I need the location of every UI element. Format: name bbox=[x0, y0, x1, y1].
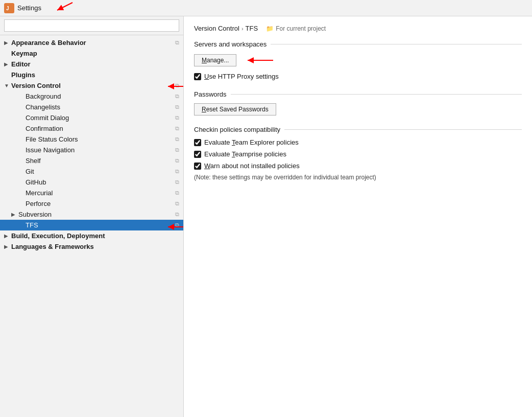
sidebar-item-label: GitHub bbox=[26, 178, 173, 186]
sidebar-item-issue-navigation[interactable]: Issue Navigation ⧉ bbox=[0, 145, 183, 155]
app-icon: J bbox=[4, 3, 14, 13]
passwords-section: Passwords Reset Saved Passwords bbox=[194, 90, 522, 115]
title-arrow-annotation bbox=[47, 0, 78, 15]
sidebar-item-label: Appearance & Behavior bbox=[11, 39, 173, 47]
sidebar-item-label: Background bbox=[26, 92, 173, 100]
sidebar-tree: ▶ Appearance & Behavior ⧉ Keymap ▶ Edito… bbox=[0, 35, 183, 417]
reset-rest: eset Saved Passwords bbox=[206, 106, 269, 113]
sidebar-item-appearance-behavior[interactable]: ▶ Appearance & Behavior ⧉ bbox=[0, 37, 183, 48]
sidebar-item-changelists[interactable]: Changelists ⧉ bbox=[0, 102, 183, 112]
breadcrumb-version-control: Version Control bbox=[194, 25, 239, 32]
sidebar-item-shelf[interactable]: Shelf ⧉ bbox=[0, 155, 183, 166]
sidebar-item-subversion[interactable]: ▶ Subversion ⧉ bbox=[0, 209, 183, 220]
copy-icon: ⧉ bbox=[175, 157, 179, 164]
sidebar-item-label: Languages & Frameworks bbox=[11, 243, 179, 250]
sidebar-item-confirmation[interactable]: Confirmation ⧉ bbox=[0, 123, 183, 134]
main-container: 🔍 ▶ Appearance & Behavior ⧉ Keymap ▶ Edi… bbox=[0, 16, 532, 417]
sidebar-item-git[interactable]: Git ⧉ bbox=[0, 166, 183, 177]
sidebar-item-label: Mercurial bbox=[26, 189, 173, 197]
checkin-note: (Note: these settings may be overridden … bbox=[194, 174, 522, 181]
warn-not-installed-label[interactable]: Warn about not installed policies bbox=[204, 162, 300, 170]
eval-team-explorer-row: Evaluate Team Explorer policies bbox=[194, 138, 522, 146]
sidebar-item-label: File Status Colors bbox=[26, 135, 173, 143]
copy-icon: ⧉ bbox=[175, 136, 179, 143]
sidebar-item-keymap[interactable]: Keymap bbox=[0, 48, 183, 59]
svg-line-2 bbox=[57, 3, 72, 10]
sidebar-item-label: TFS bbox=[26, 221, 173, 229]
expand-icon: ▶ bbox=[4, 61, 11, 67]
use-http-proxy-checkbox[interactable] bbox=[194, 73, 201, 80]
expand-icon: ▶ bbox=[4, 40, 11, 45]
expand-icon: ▼ bbox=[4, 83, 11, 88]
manage-arrow-annotation bbox=[243, 53, 278, 67]
sidebar-item-label: Editor bbox=[11, 60, 179, 68]
copy-icon: ⧉ bbox=[175, 190, 179, 196]
manage-row: Manage... bbox=[194, 53, 522, 67]
sidebar-item-background[interactable]: Background ⧉ bbox=[0, 91, 183, 102]
passwords-section-header: Passwords bbox=[194, 90, 522, 98]
copy-icon: ⧉ bbox=[175, 211, 179, 218]
eval-team-explorer-checkbox[interactable] bbox=[194, 139, 201, 146]
copy-icon: ⧉ bbox=[175, 82, 179, 89]
sidebar-item-label: Version Control bbox=[11, 82, 173, 89]
search-wrapper: 🔍 bbox=[4, 19, 179, 32]
breadcrumb-for-project: 📁 For current project bbox=[266, 25, 326, 32]
window-title: Settings bbox=[17, 4, 41, 12]
sidebar-item-build-execution[interactable]: ▶ Build, Execution, Deployment bbox=[0, 230, 183, 241]
eval-team-explorer-label[interactable]: Evaluate Team Explorer policies bbox=[204, 138, 299, 146]
svg-text:J: J bbox=[6, 6, 9, 11]
sidebar-item-label: Build, Execution, Deployment bbox=[11, 232, 179, 240]
sidebar-item-version-control[interactable]: ▼ Version Control ⧉ bbox=[0, 80, 183, 91]
copy-icon: ⧉ bbox=[175, 104, 179, 110]
reset-saved-passwords-button[interactable]: Reset Saved Passwords bbox=[194, 103, 276, 115]
warn-not-installed-row: Warn about not installed policies bbox=[194, 162, 522, 170]
manage-button[interactable]: Manage... bbox=[194, 54, 236, 66]
sidebar-item-perforce[interactable]: Perforce ⧉ bbox=[0, 198, 183, 209]
sidebar-item-file-status-colors[interactable]: File Status Colors ⧉ bbox=[0, 134, 183, 145]
sidebar-item-label: Commit Dialog bbox=[26, 114, 173, 122]
copy-icon: ⧉ bbox=[175, 179, 179, 186]
copy-icon: ⧉ bbox=[175, 147, 179, 153]
expand-icon: ▶ bbox=[4, 244, 11, 249]
eval-teamprise-checkbox[interactable] bbox=[194, 151, 201, 158]
search-input[interactable] bbox=[4, 19, 179, 32]
sidebar-item-editor[interactable]: ▶ Editor bbox=[0, 59, 183, 70]
checkin-policies-section: Checkin policies compatibility Evaluate … bbox=[194, 126, 522, 181]
warn-not-installed-checkbox[interactable] bbox=[194, 163, 201, 170]
eval-teamprise-label[interactable]: Evaluate Teamprise policies bbox=[204, 150, 286, 158]
eval-teamprise-row: Evaluate Teamprise policies bbox=[194, 150, 522, 158]
sidebar-item-label: Perforce bbox=[26, 200, 173, 207]
sidebar-item-label: Git bbox=[26, 168, 173, 175]
manage-underline-m: M bbox=[202, 57, 207, 64]
sidebar-item-languages-frameworks[interactable]: ▶ Languages & Frameworks bbox=[0, 241, 183, 252]
sidebar: 🔍 ▶ Appearance & Behavior ⧉ Keymap ▶ Edi… bbox=[0, 16, 184, 417]
sidebar-item-label: Changelists bbox=[26, 103, 173, 111]
servers-section: Servers and workspaces Manage... bbox=[194, 40, 522, 80]
sidebar-item-label: Subversion bbox=[18, 211, 173, 218]
breadcrumb-tfs: TFS bbox=[246, 25, 258, 32]
reset-underline-r: R bbox=[202, 106, 206, 113]
copy-icon: ⧉ bbox=[175, 200, 179, 207]
sidebar-item-label: Plugins bbox=[11, 71, 179, 79]
version-control-container: ▼ Version Control ⧉ bbox=[0, 80, 183, 91]
manage-rest: anage... bbox=[207, 57, 229, 64]
passwords-section-title: Passwords bbox=[194, 90, 227, 98]
title-bar: J Settings bbox=[0, 0, 532, 16]
sidebar-item-plugins[interactable]: Plugins bbox=[0, 70, 183, 80]
copy-icon: ⧉ bbox=[175, 114, 179, 121]
use-http-proxy-label[interactable]: Use HTTP Proxy settings bbox=[204, 73, 279, 80]
use-http-proxy-row: Use HTTP Proxy settings bbox=[194, 73, 522, 80]
sidebar-item-github[interactable]: GitHub ⧉ bbox=[0, 177, 183, 188]
folder-icon: 📁 bbox=[266, 25, 274, 32]
expand-icon: ▶ bbox=[4, 233, 11, 239]
sidebar-item-tfs[interactable]: TFS ⧉ bbox=[0, 220, 183, 230]
copy-icon: ⧉ bbox=[175, 93, 179, 100]
sidebar-item-mercurial[interactable]: Mercurial ⧉ bbox=[0, 188, 183, 198]
copy-icon: ⧉ bbox=[175, 168, 179, 175]
copy-icon: ⧉ bbox=[175, 222, 179, 228]
sidebar-item-label: Keymap bbox=[11, 50, 179, 57]
expand-icon: ▶ bbox=[11, 212, 18, 217]
sidebar-item-commit-dialog[interactable]: Commit Dialog ⧉ bbox=[0, 112, 183, 123]
copy-icon: ⧉ bbox=[175, 39, 179, 46]
tfs-container: TFS ⧉ bbox=[0, 220, 183, 230]
